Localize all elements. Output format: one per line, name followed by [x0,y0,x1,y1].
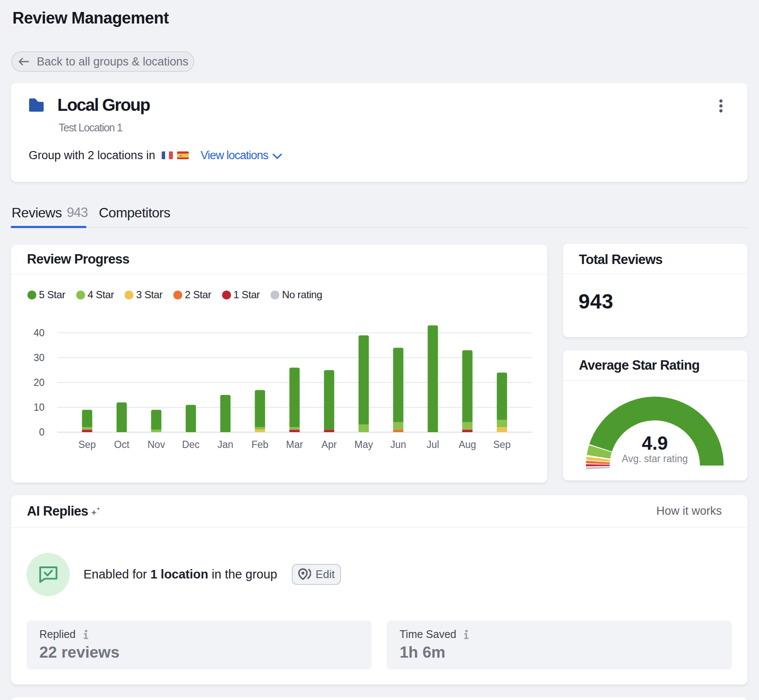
svg-text:Sep: Sep [78,439,96,450]
svg-text:Dec: Dec [182,439,200,450]
svg-text:Sep: Sep [493,439,511,450]
svg-text:Nov: Nov [148,439,165,450]
svg-text:40: 40 [33,327,44,338]
svg-text:Avg. star rating: Avg. star rating [622,453,688,464]
svg-text:Mar: Mar [286,439,303,450]
svg-text:10: 10 [33,402,44,413]
svg-text:4.9: 4.9 [642,433,668,454]
svg-text:May: May [354,439,373,450]
svg-text:Feb: Feb [252,439,269,450]
svg-text:Oct: Oct [114,439,130,450]
svg-text:Apr: Apr [321,439,337,450]
svg-text:20: 20 [33,377,44,388]
svg-text:0: 0 [39,427,44,438]
svg-text:Jan: Jan [217,439,233,450]
svg-text:Aug: Aug [459,439,476,450]
svg-text:30: 30 [33,352,44,363]
svg-text:Jun: Jun [390,439,406,450]
svg-text:Jul: Jul [427,439,439,450]
